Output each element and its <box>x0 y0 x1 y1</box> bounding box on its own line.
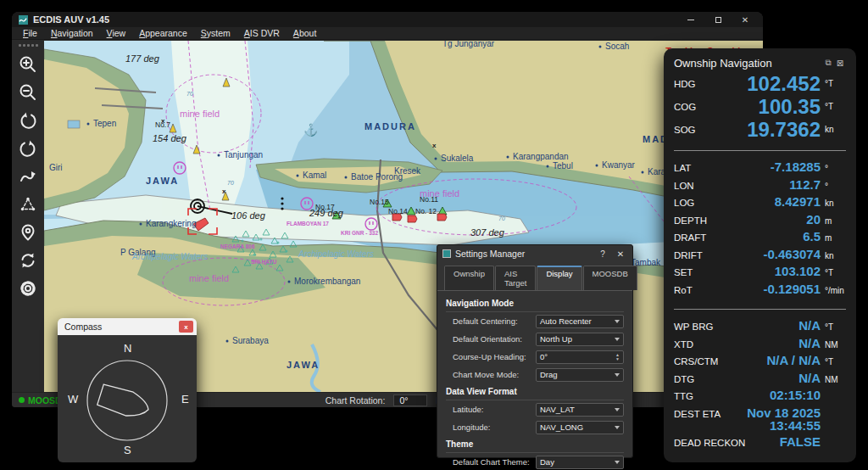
nav-data-row-set: SET103.102°T <box>674 265 846 283</box>
nav-data-row-dest-eta: DEST ETANov 18 2025 13:44:55 <box>674 406 846 435</box>
nav-data-unit: NM <box>821 375 846 384</box>
tab-display[interactable]: Display <box>537 266 581 290</box>
route-button[interactable] <box>17 166 39 187</box>
nav-data-row-sog: SOG19.7362kn <box>674 118 846 141</box>
close-button[interactable]: ✕ <box>734 14 756 25</box>
settings-title-bar[interactable]: Settings Manager ? ✕ <box>437 245 632 262</box>
nav-data-unit: °T <box>821 322 846 332</box>
nav-data-value: 02:15:10 <box>693 389 821 402</box>
dropdown-chart-move-mode-[interactable]: Drag <box>536 368 624 382</box>
map-label-ais: KRI GNR - 332 <box>341 230 378 236</box>
nav-data-row-lat: LAT-7.18285° <box>674 160 846 178</box>
menu-navigation[interactable]: Navigation <box>45 27 99 39</box>
tab-ais-target[interactable]: AIS Target <box>495 266 536 290</box>
section-title: Navigation Mode <box>446 299 624 308</box>
zoom-in-button[interactable] <box>17 54 39 75</box>
compass-title-bar[interactable]: Compass x <box>58 318 197 335</box>
float-panel-icon[interactable]: ⧉ <box>822 58 834 68</box>
toolbar-grip-handle[interactable] <box>19 42 38 47</box>
menu-file[interactable]: File <box>17 27 43 39</box>
chevron-down-icon <box>615 408 620 411</box>
map-label-waters: Archipelagic Waters <box>131 252 208 261</box>
nav-data-unit: m <box>821 216 846 226</box>
zoom-out-button[interactable] <box>17 82 39 103</box>
compass-close-button[interactable]: x <box>179 321 193 333</box>
menu-appearance[interactable]: Appearance <box>133 27 193 39</box>
compass-west-label: W <box>68 393 78 406</box>
menu-about[interactable]: About <box>287 27 322 39</box>
map-label-waters: Archipelagic Waters <box>298 249 374 259</box>
basin <box>68 120 80 128</box>
dropdown-longitude-[interactable]: NAV_LONG <box>536 421 624 434</box>
town-bullet <box>226 340 229 343</box>
map-label-no: No.14 <box>388 207 408 215</box>
rotate-cw-button[interactable] <box>17 138 39 159</box>
nav-data-row-cog: COG100.35°T <box>674 95 846 118</box>
nav-data-label: HDG <box>674 79 696 89</box>
menu-ais-dvr[interactable]: AIS DVR <box>238 27 286 39</box>
nav-data-value: N/A <box>713 319 821 333</box>
menu-system[interactable]: System <box>195 27 236 39</box>
map-label-mine: mine field <box>180 109 220 119</box>
town-bullet <box>547 165 549 168</box>
rotate-cw-icon <box>18 138 38 159</box>
nav-data-value: 102.452 <box>696 73 821 94</box>
town-bullet <box>345 176 348 179</box>
town-bullet <box>87 123 90 126</box>
nav-data-row-draft: DRAFT6.5m <box>674 230 846 248</box>
title-bar[interactable]: ECDIS AUV v1.45 ✕ <box>12 12 763 27</box>
map-label-contour: 70 <box>498 215 505 221</box>
map-label-ais: FLAMBOYAN 17 <box>287 221 329 227</box>
nav-data-unit: kn <box>821 251 846 260</box>
maximize-button[interactable] <box>707 14 729 25</box>
nav-data-row-hdg: HDG102.452°T <box>674 72 846 95</box>
moosdb-status-dot <box>19 397 25 403</box>
panel-separator <box>674 309 846 310</box>
field-label: Default Chart Theme: <box>453 457 536 467</box>
spinner-arrows-icon[interactable]: ▲▼ <box>615 353 620 361</box>
settings-tabs: OwnshipAIS TargetDisplayMOOSDB <box>437 262 632 291</box>
dropdown-default-centering-[interactable]: Auto Recenter <box>536 315 624 328</box>
minimize-button[interactable] <box>680 14 702 25</box>
nav-data-label: SET <box>674 267 693 277</box>
town-bullet <box>140 223 142 226</box>
refresh-button[interactable] <box>17 250 39 271</box>
drop-pin-icon <box>18 222 38 243</box>
spinner-course-up-heading-[interactable]: 0°▲▼ <box>536 350 624 364</box>
measure-button[interactable] <box>17 194 39 215</box>
map-label-town: Tg Junganyar <box>442 41 495 48</box>
nav-data-unit: ° <box>821 182 846 191</box>
dropdown-default-orientation-[interactable]: North Up <box>536 333 624 346</box>
map-label-town: Tanjungan <box>224 150 263 159</box>
help-button[interactable]: ? <box>596 249 609 259</box>
settings-body: Navigation ModeDefault Centering:Auto Re… <box>437 291 632 470</box>
map-label-region: MADURA <box>364 121 416 131</box>
map-label-mine: mine field <box>420 188 459 199</box>
town-bullet <box>642 171 644 174</box>
dropdown-default-chart-theme-[interactable]: Day <box>536 456 624 469</box>
section-box: Default Centering:Auto RecenterDefault O… <box>446 311 624 383</box>
menu-view[interactable]: View <box>101 27 132 39</box>
nav-data-unit: °T <box>821 357 846 366</box>
settings-manager-dialog: Settings Manager ? ✕ OwnshipAIS TargetDi… <box>437 244 633 458</box>
rotate-ccw-button[interactable] <box>17 110 39 131</box>
chevron-down-icon <box>615 373 620 377</box>
field-value: Drag <box>540 370 615 379</box>
rotate-ccw-icon <box>18 110 38 131</box>
field-label: Course-Up Heading: <box>453 352 536 361</box>
close-panel-icon[interactable]: ⊠ <box>834 59 846 68</box>
chevron-down-icon <box>615 338 620 341</box>
tab-ownship[interactable]: Ownship <box>444 266 494 290</box>
map-label-no: No. 12 <box>415 207 437 215</box>
map-label-town: Morokrembangan <box>294 277 360 286</box>
nav-data-label: LON <box>674 181 694 191</box>
settings-button[interactable] <box>17 278 39 299</box>
section-title: Theme <box>446 439 624 449</box>
tab-moosdb[interactable]: MOOSDB <box>583 266 637 290</box>
map-label-deg: 177 deg <box>125 53 160 64</box>
dialog-close-button[interactable]: ✕ <box>614 249 627 259</box>
drop-pin-button[interactable] <box>17 222 39 243</box>
nav-data-label: WP BRG <box>674 322 713 332</box>
window-title: ECDIS AUV v1.45 <box>33 14 675 25</box>
dropdown-latitude-[interactable]: NAV_LAT <box>536 403 624 417</box>
